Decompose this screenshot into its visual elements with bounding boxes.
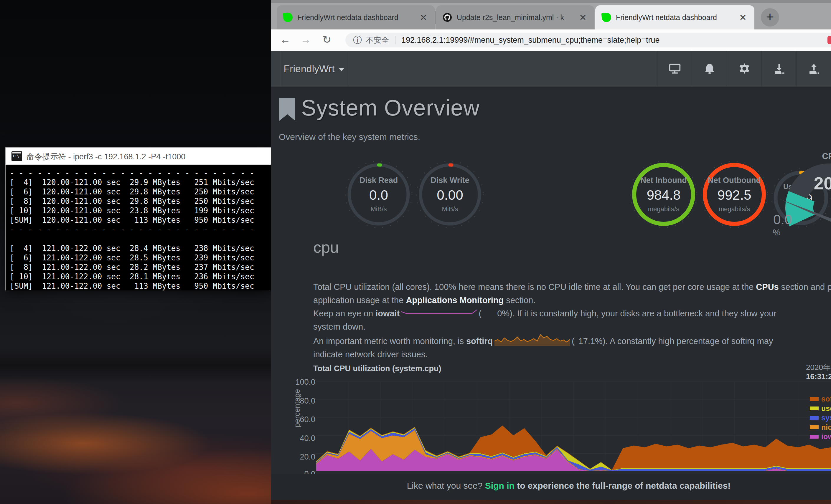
terminal-titlebar[interactable]: 命令提示符 - iperf3 -c 192.168.1.2 -P4 -t1000 [6,148,271,165]
chevron-down-icon [339,68,344,71]
chart-time: 16:31:2 [806,372,831,381]
softirq-sparkline [494,333,570,347]
download-icon [773,63,785,75]
description-line: application usage at the Applications Mo… [313,294,831,307]
y-tick: 60.0 [283,415,315,424]
gauge-unit: megabits/s [700,205,768,213]
gauge-unit: MiB/s [416,205,484,213]
stacked-area-chart [316,382,831,471]
extension-icon[interactable] [828,36,831,44]
alarms-button[interactable] [692,51,727,87]
monitor-icon [669,63,681,74]
browser-toolbar: ← → ↻ ⓘ 不安全 192.168.2.1:19999/#menu_syst… [271,29,831,51]
gauge-title: Disk Write [416,176,484,185]
tab-github[interactable]: Update r2s_lean_minimal.yml · k ✕ [436,5,594,29]
description-line: system down. [313,320,831,333]
browser-window: FriendlyWrt netdata dashboard ✕ Update r… [271,0,831,504]
export-button[interactable] [796,51,831,87]
upload-icon [808,63,820,75]
gauge-title: Net Inbound [630,176,697,185]
github-icon [442,13,452,22]
cpus-link[interactable]: CPUs [756,282,778,292]
applications-monitoring-link[interactable]: Applications Monitoring [406,295,504,305]
gauge-cpu[interactable]: CPU 20.5 0.0 100.0 % [772,150,831,241]
new-tab-button[interactable]: + [761,8,779,27]
legend-item-user[interactable]: use [810,404,831,413]
y-tick: 40.0 [283,434,315,443]
iowait-sparkline [401,309,477,316]
tab-close-icon[interactable]: ✕ [738,12,748,23]
gauge-title: Disk Read [345,176,412,185]
legend-label: iow [821,433,831,441]
gauge-value: 992.5 [700,187,768,203]
description-line: Keep an eye on iowait(0%). If it is cons… [313,307,831,320]
window-frame [271,0,831,3]
netdata-icon [601,12,611,22]
page-subtitle: Overview of the key system metrics. [279,132,420,142]
legend-label: sys [821,414,831,422]
section-heading-cpu: cpu [313,238,339,256]
terminal-window[interactable]: 命令提示符 - iperf3 -c 192.168.1.2 -P4 -t1000… [5,147,271,291]
security-label[interactable]: 不安全 [366,35,389,46]
tab-close-icon[interactable]: ✕ [419,12,428,23]
display-settings-button[interactable] [657,51,692,87]
gauge-unit: MiB/s [345,205,412,213]
tab-separator [435,11,436,24]
gauge-title: CPU [772,151,831,161]
reload-button[interactable]: ↻ [319,32,335,48]
cpu-utilization-chart[interactable] [316,382,831,471]
gauge-title: Net Outbound [700,176,768,185]
legend-swatch [810,416,819,420]
tab-title: Update r2s_lean_minimal.yml · k [457,13,574,22]
cpu-description: Total CPU utilization (all cores). 100% … [313,280,831,361]
info-icon[interactable]: ⓘ [353,34,362,46]
gauge-value: 0.0 [345,187,412,203]
netdata-icon [283,12,293,22]
tab-netdata-1[interactable]: FriendlyWrt netdata dashboard ✕ [277,5,435,29]
forward-button[interactable]: → [298,32,314,48]
terminal-title: 命令提示符 - iperf3 -c 192.168.1.2 -P4 -t1000 [26,151,185,162]
import-button[interactable] [762,51,796,87]
legend-swatch [810,397,819,401]
legend-item-iowait[interactable]: iow [810,432,831,441]
gauge-unit: % [773,228,781,237]
gauge-net-inbound[interactable]: Net Inbound 984.8 megabits/s [630,160,697,228]
gauge-min: 0.0 [773,211,792,228]
description-line: Total CPU utilization (all cores). 100% … [313,280,831,294]
gauge-unit: megabits/s [630,205,697,213]
y-tick: 80.0 [283,396,315,406]
brand-dropdown[interactable]: FriendlyWrt [281,51,347,87]
gauge-disk-write[interactable]: Disk Write 0.00 MiB/s [416,160,484,228]
legend-swatch [810,425,819,429]
description-line: indicate network driver issues. [313,348,831,361]
cloud-band [0,348,271,383]
signin-bar: Like what you see? Sign in to experience… [271,474,831,504]
gauge-net-outbound[interactable]: Net Outbound 992.5 megabits/s [700,160,768,228]
legend-item-system[interactable]: sys [810,413,831,422]
y-tick: 20.0 [283,452,315,462]
tab-close-icon[interactable]: ✕ [578,12,588,23]
page-title: System Overview [301,95,480,120]
terminal-output: - - - - - - - - - - - - - - - - - - - - … [10,168,271,291]
settings-button[interactable] [727,51,762,87]
legend-swatch [810,435,819,439]
tab-netdata-2-active[interactable]: FriendlyWrt netdata dashboard ✕ [595,5,754,29]
divider [395,36,396,45]
tab-title: FriendlyWrt netdata dashboard [616,13,734,22]
chart-legend: soft use sys nice iow [810,394,831,441]
signin-text: Like what you see? Sign in to experience… [271,481,831,491]
legend-swatch [810,407,819,410]
url-bar[interactable]: ⓘ 不安全 192.168.2.1:19999/#menu_system_sub… [345,33,831,48]
gauge-disk-read[interactable]: Disk Read 0.0 MiB/s [345,160,412,228]
sign-in-link[interactable]: Sign in [485,481,515,491]
legend-item-nice[interactable]: nice [810,422,831,432]
legend-item-softirq[interactable]: soft [810,394,831,404]
legend-label: nice [821,423,831,432]
back-button[interactable]: ← [278,32,293,48]
description-line: An important metric worth monitoring, is… [313,333,831,348]
netdata-navbar: FriendlyWrt [271,51,831,88]
gauge-value: 20.5 [772,173,831,194]
terminal-body: - - - - - - - - - - - - - - - - - - - - … [6,165,271,291]
tab-strip: FriendlyWrt netdata dashboard ✕ Update r… [271,3,831,29]
url-text[interactable]: 192.168.2.1:19999/#menu_system_submenu_c… [401,36,660,45]
